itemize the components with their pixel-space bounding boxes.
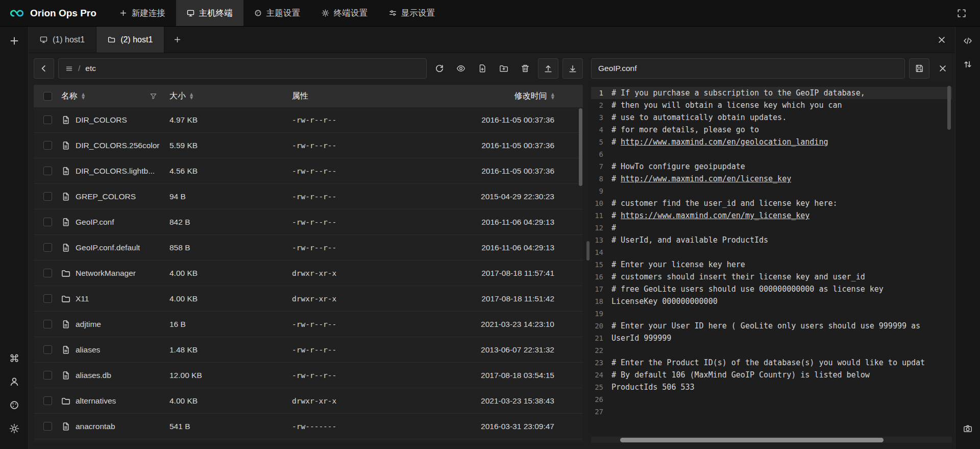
file-row[interactable]: DIR_COLORS.lightb...4.56 KB-rw-r--r--201… bbox=[34, 158, 583, 184]
settings-button[interactable] bbox=[5, 419, 23, 438]
sort-size-icon[interactable]: ▲▼ bbox=[190, 92, 193, 100]
transfer-list-button[interactable] bbox=[959, 55, 977, 74]
new-file-button[interactable] bbox=[474, 58, 491, 79]
code-line[interactable]: 3# use to automatically obtain updates. bbox=[591, 111, 952, 124]
new-folder-button[interactable] bbox=[495, 58, 512, 79]
code-line[interactable]: 9 bbox=[591, 185, 952, 197]
panel-resize-divider[interactable] bbox=[585, 58, 591, 443]
editor-filename-field[interactable]: GeoIP.conf bbox=[591, 58, 905, 79]
column-header-mtime[interactable]: 修改时间 ▲▼ bbox=[450, 91, 583, 102]
file-name[interactable]: anacrontab bbox=[76, 422, 115, 431]
url-link[interactable]: http://www.maxmind.com/en/license_key bbox=[621, 174, 791, 183]
path-segment-etc[interactable]: etc bbox=[85, 64, 96, 73]
file-name[interactable]: DIR_COLORS.256color bbox=[76, 141, 160, 150]
code-line[interactable]: 5# http://www.maxmind.com/en/geolocation… bbox=[591, 136, 952, 148]
code-line[interactable]: 26 bbox=[591, 393, 952, 406]
code-editor[interactable]: 1# If you purchase a subscription to the… bbox=[591, 84, 952, 443]
code-line[interactable]: 8# http://www.maxmind.com/en/license_key bbox=[591, 173, 952, 185]
row-checkbox[interactable] bbox=[43, 115, 52, 124]
file-row[interactable]: NetworkManager4.00 KBdrwxr-xr-x2017-08-1… bbox=[34, 261, 583, 286]
sort-name-icon[interactable]: ▲▼ bbox=[82, 92, 85, 100]
code-line[interactable]: 19 bbox=[591, 308, 952, 320]
back-button[interactable] bbox=[34, 58, 54, 79]
row-checkbox[interactable] bbox=[43, 167, 52, 175]
breadcrumb[interactable]: / etc bbox=[58, 58, 427, 79]
file-row[interactable]: GREP_COLORS94 B-rw-r--r--2015-04-29 22:3… bbox=[34, 184, 583, 209]
column-header-name[interactable]: 名称 ▲▼ bbox=[61, 91, 169, 102]
code-line[interactable]: 17# free GeoLite users should use 000000… bbox=[591, 283, 952, 295]
fullscreen-button[interactable] bbox=[952, 4, 971, 22]
file-row[interactable]: aliases.db12.00 KB-rw-r--r--2017-08-18 0… bbox=[34, 363, 583, 388]
toggle-hidden-files-button[interactable] bbox=[452, 58, 470, 79]
close-editor-button[interactable] bbox=[934, 59, 952, 78]
refresh-button[interactable] bbox=[431, 58, 448, 79]
save-button[interactable] bbox=[909, 58, 929, 79]
select-all-checkbox[interactable] bbox=[43, 92, 52, 101]
code-line[interactable]: 15# Enter your license key here bbox=[591, 258, 952, 271]
file-row[interactable]: adjtime16 B-rw-r--r--2021-03-23 14:23:10 bbox=[34, 312, 583, 337]
code-line[interactable]: 18LicenseKey 000000000000 bbox=[591, 295, 952, 308]
file-name[interactable]: DIR_COLORS.lightb... bbox=[76, 167, 155, 176]
filter-icon[interactable] bbox=[150, 92, 157, 100]
upload-button[interactable] bbox=[538, 58, 558, 79]
nav-terminal-settings[interactable]: 终端设置 bbox=[311, 0, 378, 26]
code-line[interactable]: 25ProductIds 506 533 bbox=[591, 381, 952, 393]
code-line[interactable]: 13# UserId, and available ProductIds bbox=[591, 234, 952, 246]
file-row[interactable]: GeoIP.conf.default858 B-rw-r--r--2016-11… bbox=[34, 235, 583, 261]
file-name[interactable]: aliases.db bbox=[76, 371, 111, 380]
file-list-scrollbar[interactable] bbox=[579, 108, 582, 186]
code-line[interactable]: 2# then you will obtain a license key wh… bbox=[591, 99, 952, 111]
editor-toggle-button[interactable] bbox=[959, 32, 977, 50]
code-line[interactable]: 12# bbox=[591, 222, 952, 234]
file-name[interactable]: adjtime bbox=[76, 320, 101, 329]
theme-button[interactable] bbox=[5, 396, 23, 414]
code-line[interactable]: 23# Enter the Product ID(s) of the datab… bbox=[591, 357, 952, 369]
file-name[interactable]: NetworkManager bbox=[76, 269, 136, 278]
file-row[interactable]: DIR_COLORS.256color5.59 KB-rw-r--r--2016… bbox=[34, 133, 583, 158]
code-line[interactable]: 7# HowTo configure geoipupdate bbox=[591, 160, 952, 173]
code-line[interactable]: 4# for more details, please go to bbox=[591, 124, 952, 136]
editor-vertical-scrollbar[interactable] bbox=[947, 86, 951, 130]
row-checkbox[interactable] bbox=[43, 243, 52, 252]
row-checkbox[interactable] bbox=[43, 141, 52, 150]
nav-host-terminal[interactable]: 主机终端 bbox=[176, 0, 243, 26]
file-name[interactable]: GeoIP.conf.default bbox=[76, 243, 140, 252]
tab-host1-2[interactable]: (2) host1 bbox=[96, 27, 164, 53]
new-tab-button[interactable] bbox=[5, 32, 23, 50]
file-name[interactable]: GREP_COLORS bbox=[76, 192, 136, 201]
file-name[interactable]: DIR_COLORS bbox=[76, 115, 127, 125]
file-row[interactable] bbox=[34, 439, 583, 443]
editor-horizontal-scrollbar[interactable] bbox=[620, 438, 884, 442]
code-line[interactable]: 1# If you purchase a subscription to the… bbox=[591, 87, 952, 99]
code-line[interactable]: 22 bbox=[591, 344, 952, 357]
file-row[interactable]: alternatives4.00 KBdrwxr-xr-x2021-03-23 … bbox=[34, 388, 583, 414]
row-checkbox[interactable] bbox=[43, 269, 52, 277]
nav-new-connection[interactable]: 新建连接 bbox=[109, 0, 176, 26]
code-line[interactable]: 20# Enter your User ID here ( GeoLite on… bbox=[591, 320, 952, 332]
code-line[interactable]: 10# customer find the user_id and licens… bbox=[591, 197, 952, 209]
add-tab-button[interactable] bbox=[164, 27, 190, 53]
file-name[interactable]: alternatives bbox=[76, 396, 116, 406]
close-panel-button[interactable] bbox=[933, 31, 951, 49]
row-checkbox[interactable] bbox=[43, 192, 52, 201]
nav-theme-settings[interactable]: 主题设置 bbox=[243, 0, 311, 26]
tab-host1-1[interactable]: (1) host1 bbox=[29, 27, 96, 53]
users-button[interactable] bbox=[5, 372, 23, 391]
code-line[interactable]: 21UserId 999999 bbox=[591, 332, 952, 344]
code-line[interactable]: 16# customers should insert their licens… bbox=[591, 271, 952, 283]
file-name[interactable]: X11 bbox=[76, 294, 89, 303]
code-line[interactable]: 27 bbox=[591, 406, 952, 418]
file-name[interactable]: GeoIP.conf bbox=[76, 218, 114, 227]
code-line[interactable]: 14 bbox=[591, 246, 952, 258]
code-line[interactable]: 11# https://www.maxmind.com/en/my_licens… bbox=[591, 209, 952, 222]
row-checkbox[interactable] bbox=[43, 345, 52, 354]
row-checkbox[interactable] bbox=[43, 294, 52, 303]
delete-button[interactable] bbox=[517, 58, 534, 79]
shortcuts-button[interactable] bbox=[5, 349, 23, 367]
download-button[interactable] bbox=[562, 58, 583, 79]
url-link[interactable]: https://www.maxmind.com/en/my_license_ke… bbox=[621, 211, 810, 220]
file-row[interactable]: GeoIP.conf842 B-rw-r--r--2016-11-06 04:2… bbox=[34, 209, 583, 235]
row-checkbox[interactable] bbox=[43, 218, 52, 226]
file-row[interactable]: anacrontab541 B-rw-------2016-03-31 23:0… bbox=[34, 414, 583, 439]
screenshot-button[interactable] bbox=[959, 419, 977, 438]
